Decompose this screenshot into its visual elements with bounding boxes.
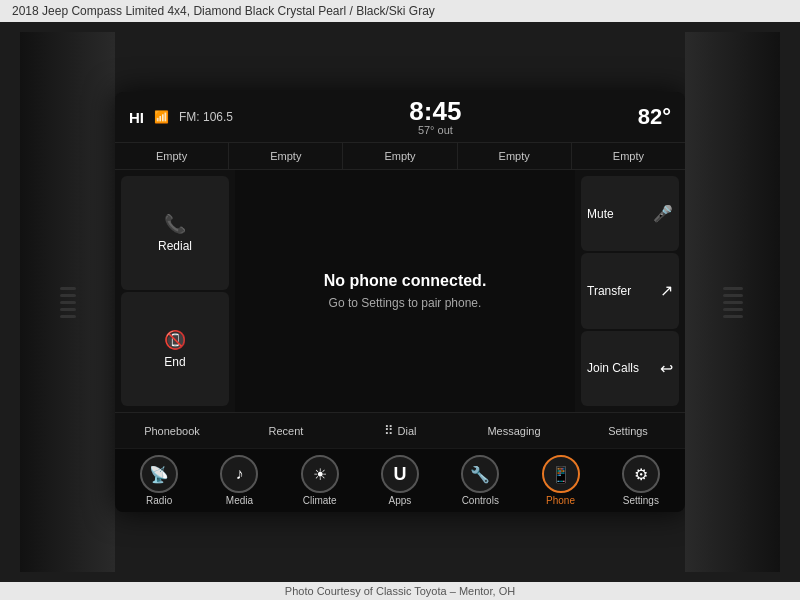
status-bar: HI 📶 FM: 106.5 8:45 57° out 82° bbox=[115, 92, 685, 143]
no-phone-subtitle: Go to Settings to pair phone. bbox=[324, 296, 487, 310]
vent-slot bbox=[60, 287, 76, 290]
mute-button[interactable]: Mute 🎤 bbox=[581, 176, 679, 251]
media-nav-label: Media bbox=[226, 495, 253, 506]
greeting: HI bbox=[129, 109, 144, 126]
recent-button[interactable]: Recent bbox=[229, 417, 343, 444]
dial-label: Dial bbox=[398, 425, 417, 437]
phonebook-button[interactable]: Phonebook bbox=[115, 417, 229, 444]
end-label: End bbox=[164, 355, 185, 369]
shortcut-3[interactable]: Empty bbox=[343, 143, 457, 169]
transfer-icon: ↗ bbox=[660, 281, 673, 300]
right-vent bbox=[713, 277, 753, 328]
transfer-label: Transfer bbox=[587, 284, 656, 298]
right-panel: Mute 🎤 Transfer ↗ Join Calls ↩ bbox=[575, 170, 685, 412]
main-content: 📞 Redial 📵 End No phone connected. Go to… bbox=[115, 170, 685, 412]
redial-button[interactable]: 📞 Redial bbox=[121, 176, 229, 290]
messaging-label: Messaging bbox=[487, 425, 540, 437]
nav-radio[interactable]: 📡 Radio bbox=[119, 455, 199, 506]
apps-nav-label: Apps bbox=[389, 495, 412, 506]
nav-controls[interactable]: 🔧 Controls bbox=[440, 455, 520, 506]
climate-nav-icon: ☀ bbox=[301, 455, 339, 493]
transfer-button[interactable]: Transfer ↗ bbox=[581, 253, 679, 328]
recent-label: Recent bbox=[269, 425, 304, 437]
end-button[interactable]: 📵 End bbox=[121, 292, 229, 406]
phone-nav-icon: 📱 bbox=[542, 455, 580, 493]
phone-nav-label: Phone bbox=[546, 495, 575, 506]
nav-apps[interactable]: U Apps bbox=[360, 455, 440, 506]
phonebook-label: Phonebook bbox=[144, 425, 200, 437]
vent-slot-r bbox=[723, 287, 743, 290]
radio-nav-label: Radio bbox=[146, 495, 172, 506]
controls-nav-icon: 🔧 bbox=[461, 455, 499, 493]
nav-climate[interactable]: ☀ Climate bbox=[280, 455, 360, 506]
right-bezel bbox=[685, 32, 780, 572]
shortcut-2[interactable]: Empty bbox=[229, 143, 343, 169]
vent-slot bbox=[60, 308, 76, 311]
radio-nav-icon: 📡 bbox=[140, 455, 178, 493]
screen-area: HI 📶 FM: 106.5 8:45 57° out 82° Empty Em… bbox=[0, 22, 800, 582]
vent-slot bbox=[60, 315, 76, 318]
redial-icon: 📞 bbox=[164, 213, 186, 235]
settings-action-label: Settings bbox=[608, 425, 648, 437]
shortcut-1[interactable]: Empty bbox=[115, 143, 229, 169]
media-nav-icon: ♪ bbox=[220, 455, 258, 493]
shortcut-5[interactable]: Empty bbox=[572, 143, 685, 169]
center-content: No phone connected. Go to Settings to pa… bbox=[235, 170, 575, 412]
vent-slot-r bbox=[723, 308, 743, 311]
messaging-button[interactable]: Messaging bbox=[457, 417, 571, 444]
car-title: 2018 Jeep Compass Limited 4x4, bbox=[12, 4, 190, 18]
vent-slot-r bbox=[723, 315, 743, 318]
join-calls-button[interactable]: Join Calls ↩ bbox=[581, 331, 679, 406]
dial-button[interactable]: ⠿ Dial bbox=[343, 417, 457, 444]
settings-nav-label: Settings bbox=[623, 495, 659, 506]
mute-icon: 🎤 bbox=[653, 204, 673, 223]
climate-nav-label: Climate bbox=[303, 495, 337, 506]
car-info-bar: 2018 Jeep Compass Limited 4x4, Diamond B… bbox=[0, 0, 800, 22]
vent-slot-r bbox=[723, 294, 743, 297]
action-bar: Phonebook Recent ⠿ Dial Messaging Settin… bbox=[115, 412, 685, 448]
vent-slot bbox=[60, 301, 76, 304]
dial-grid-icon: ⠿ bbox=[384, 423, 394, 438]
left-vent bbox=[60, 287, 76, 318]
left-panel: 📞 Redial 📵 End bbox=[115, 170, 235, 412]
car-color: Diamond Black Crystal Pearl / Black/Ski … bbox=[193, 4, 434, 18]
settings-action-button[interactable]: Settings bbox=[571, 417, 685, 444]
controls-nav-label: Controls bbox=[462, 495, 499, 506]
join-calls-icon: ↩ bbox=[660, 359, 673, 378]
vent-slot bbox=[60, 294, 76, 297]
vent-slot-r bbox=[723, 301, 743, 304]
shortcut-4[interactable]: Empty bbox=[458, 143, 572, 169]
status-center: 8:45 57° out bbox=[409, 98, 461, 136]
join-calls-label: Join Calls bbox=[587, 361, 656, 375]
wifi-icon: 📶 bbox=[154, 110, 169, 124]
credit-text: Photo Courtesy of Classic Toyota – Mento… bbox=[285, 585, 515, 597]
apps-nav-icon: U bbox=[381, 455, 419, 493]
mute-label: Mute bbox=[587, 207, 649, 221]
outside-temp: 57° out bbox=[418, 124, 453, 136]
nav-settings[interactable]: ⚙ Settings bbox=[601, 455, 681, 506]
left-side-controls bbox=[60, 287, 76, 318]
redial-label: Redial bbox=[158, 239, 192, 253]
shortcuts-row: Empty Empty Empty Empty Empty bbox=[115, 143, 685, 170]
nav-bar: 📡 Radio ♪ Media ☀ Climate U Apps 🔧 C bbox=[115, 448, 685, 512]
status-left: HI 📶 FM: 106.5 bbox=[129, 109, 233, 126]
clock: 8:45 bbox=[409, 98, 461, 124]
photo-frame: 2018 Jeep Compass Limited 4x4, Diamond B… bbox=[0, 0, 800, 600]
settings-nav-icon: ⚙ bbox=[622, 455, 660, 493]
interior-temp: 82° bbox=[638, 104, 671, 130]
dash-screen: HI 📶 FM: 106.5 8:45 57° out 82° Empty Em… bbox=[115, 92, 685, 512]
left-bezel bbox=[20, 32, 115, 572]
no-phone-message: No phone connected. Go to Settings to pa… bbox=[324, 272, 487, 310]
radio-station: FM: 106.5 bbox=[179, 110, 233, 124]
credit-bar: Photo Courtesy of Classic Toyota – Mento… bbox=[0, 582, 800, 600]
no-phone-title: No phone connected. bbox=[324, 272, 487, 290]
end-icon: 📵 bbox=[164, 329, 186, 351]
nav-phone[interactable]: 📱 Phone bbox=[520, 455, 600, 506]
nav-media[interactable]: ♪ Media bbox=[199, 455, 279, 506]
